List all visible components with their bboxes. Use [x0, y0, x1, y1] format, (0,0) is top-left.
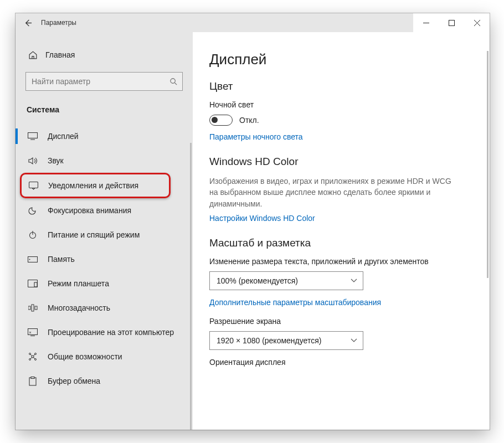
storage-icon [28, 254, 38, 264]
chevron-down-icon [351, 338, 357, 343]
display-icon [28, 131, 38, 141]
svg-rect-15 [28, 306, 30, 310]
main-scrollbar[interactable] [487, 51, 488, 278]
sidebar-item-label: Питание и спящий режим [48, 230, 140, 239]
sidebar-item-label: Режим планшета [48, 279, 109, 288]
multitasking-icon [28, 303, 38, 313]
shared-icon [28, 352, 38, 362]
resolution-value: 1920 × 1080 (рекомендуется) [217, 336, 321, 345]
resolution-dropdown[interactable]: 1920 × 1080 (рекомендуется) [209, 331, 363, 350]
svg-line-27 [30, 357, 32, 359]
close-button[interactable] [464, 13, 490, 32]
nightlight-settings-link[interactable]: Параметры ночного света [209, 132, 490, 141]
svg-point-4 [171, 78, 175, 83]
projecting-icon [28, 327, 38, 337]
sidebar: Главная Система Дисплей [16, 32, 193, 430]
svg-rect-6 [28, 133, 38, 138]
hdcolor-link[interactable]: Настройки Windows HD Color [209, 214, 490, 223]
sidebar-item-tablet[interactable]: Режим планшета [16, 271, 193, 296]
hdcolor-desc: Изображения в видео, играх и приложениях… [209, 176, 453, 209]
sidebar-item-label: Уведомления и действия [48, 181, 138, 190]
toggle-track[interactable] [209, 115, 233, 126]
sidebar-item-clipboard[interactable]: Буфер обмена [16, 369, 193, 393]
sidebar-item-multitasking[interactable]: Многозадачность [16, 296, 193, 320]
svg-rect-16 [32, 305, 34, 311]
text-size-label: Изменение размера текста, приложений и д… [209, 257, 490, 266]
tablet-icon [28, 279, 38, 289]
hdcolor-heading: Windows HD Color [209, 156, 490, 168]
advanced-scaling-link[interactable]: Дополнительные параметры масштабирования [209, 298, 490, 307]
power-icon [28, 230, 38, 240]
sidebar-item-storage[interactable]: Память [16, 247, 193, 271]
svg-rect-14 [34, 282, 37, 287]
svg-rect-30 [31, 377, 34, 378]
search-input[interactable] [25, 72, 183, 91]
sidebar-item-notifications[interactable]: Уведомления и действия [20, 173, 171, 198]
svg-rect-29 [29, 378, 36, 385]
notifications-icon [28, 181, 38, 190]
titlebar: Параметры [16, 13, 490, 32]
home-label: Главная [45, 50, 75, 59]
content: Главная Система Дисплей [16, 32, 490, 430]
minimize-button[interactable] [413, 13, 439, 32]
sidebar-item-label: Память [48, 255, 75, 264]
text-size-value: 100% (рекомендуется) [217, 276, 298, 285]
resolution-label: Разрешение экрана [209, 317, 490, 326]
window-title: Параметры [41, 19, 76, 27]
sound-icon [28, 156, 38, 166]
svg-line-28 [33, 357, 35, 359]
svg-point-12 [29, 259, 30, 260]
focus-icon [28, 205, 38, 215]
sidebar-item-label: Звук [48, 156, 64, 165]
sidebar-item-projecting[interactable]: Проецирование на этот компьютер [16, 320, 193, 344]
sidebar-section-title: Система [16, 97, 193, 119]
sidebar-item-label: Многозадачность [48, 303, 110, 312]
sidebar-item-label: Дисплей [48, 132, 79, 141]
svg-line-25 [30, 354, 32, 356]
sidebar-item-label: Проецирование на этот компьютер [48, 328, 174, 337]
color-heading: Цвет [209, 80, 490, 92]
svg-rect-8 [29, 182, 38, 188]
toggle-state: Откл. [239, 116, 259, 125]
sidebar-item-focus[interactable]: Фокусировка внимания [16, 198, 193, 223]
orientation-label: Ориентация дисплея [209, 358, 490, 367]
maximize-button[interactable] [439, 13, 464, 32]
settings-window: Параметры Главная [16, 13, 490, 430]
sidebar-nav: Дисплей Звук Уведомления и действия [16, 119, 193, 393]
sidebar-item-shared[interactable]: Общие возможности [16, 344, 193, 369]
search-icon [169, 78, 178, 86]
sidebar-item-label: Фокусировка внимания [48, 206, 131, 215]
sidebar-item-sound[interactable]: Звук [16, 148, 193, 173]
sidebar-item-label: Общие возможности [48, 352, 122, 361]
page-title: Дисплей [209, 51, 490, 68]
search-field[interactable] [32, 77, 169, 86]
svg-line-26 [33, 354, 35, 356]
clipboard-icon [28, 376, 38, 386]
nightlight-label: Ночной свет [209, 100, 490, 109]
sidebar-item-label: Буфер обмена [48, 377, 100, 385]
scale-heading: Масштаб и разметка [209, 237, 490, 249]
sidebar-item-power[interactable]: Питание и спящий режим [16, 223, 193, 247]
back-button[interactable] [16, 13, 40, 32]
svg-rect-17 [35, 306, 37, 310]
sidebar-scrollbar[interactable] [190, 143, 192, 430]
nightlight-toggle[interactable]: Откл. [209, 115, 490, 126]
text-size-dropdown[interactable]: 100% (рекомендуется) [209, 271, 363, 290]
chevron-down-icon [351, 279, 357, 283]
sidebar-item-display[interactable]: Дисплей [16, 124, 193, 148]
home-link[interactable]: Главная [16, 45, 193, 64]
svg-rect-1 [449, 20, 454, 25]
home-icon [28, 50, 38, 60]
main-panel: Дисплей Цвет Ночной свет Откл. Параметры… [193, 32, 490, 430]
svg-line-5 [174, 83, 177, 85]
